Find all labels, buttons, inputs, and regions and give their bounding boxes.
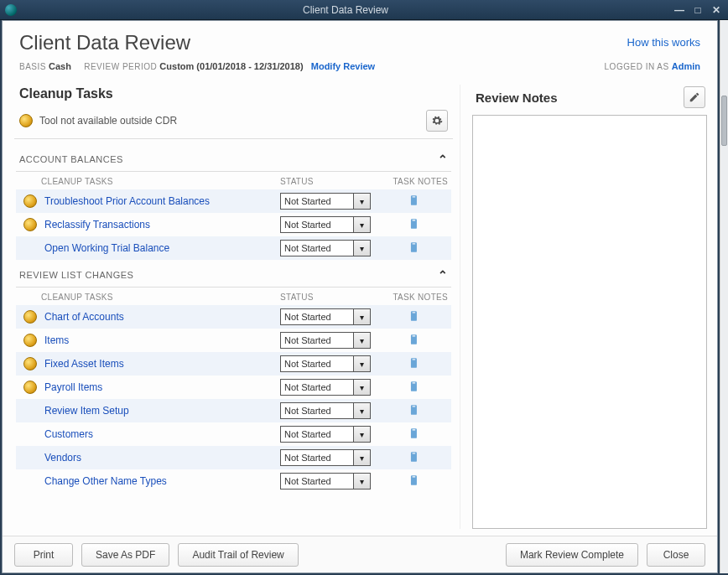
modify-review-link[interactable]: Modify Review <box>311 61 375 71</box>
task-note-button[interactable] <box>408 356 420 372</box>
task-row: Troubleshoot Prior Account BalancesNot S… <box>16 189 451 213</box>
scrollbar-thumb[interactable] <box>721 96 727 146</box>
task-link[interactable]: Customers <box>41 428 280 440</box>
edit-notes-button[interactable] <box>684 86 705 108</box>
app-icon <box>5 4 17 16</box>
chevron-down-icon: ▾ <box>353 427 370 442</box>
print-button[interactable]: Print <box>14 543 73 567</box>
task-link[interactable]: Items <box>41 334 280 346</box>
chevron-down-icon: ▾ <box>353 309 370 324</box>
tool-note: Tool not available outside CDR <box>39 115 426 127</box>
coin-icon <box>23 381 37 394</box>
coin-icon <box>23 357 37 370</box>
task-note-button[interactable] <box>408 380 420 396</box>
chevron-down-icon: ▾ <box>353 450 370 465</box>
gear-icon <box>431 115 443 127</box>
chevron-up-icon: ⌃ <box>438 153 449 166</box>
task-note-button[interactable] <box>408 427 420 443</box>
task-row: Fixed Asset ItemsNot Started▾ <box>16 352 451 376</box>
period-value: Custom (01/01/2018 - 12/31/2018) <box>159 61 303 71</box>
task-note-button[interactable] <box>408 333 420 349</box>
chevron-down-icon: ▾ <box>353 241 370 256</box>
task-link[interactable]: Troubleshoot Prior Account Balances <box>41 195 280 207</box>
logged-in-user-link[interactable]: Admin <box>672 61 700 71</box>
task-link[interactable]: Vendors <box>41 452 280 464</box>
how-this-works-link[interactable]: How this works <box>627 36 700 49</box>
coin-icon <box>23 218 37 231</box>
titlebar[interactable]: Client Data Review — □ ✕ <box>0 0 728 20</box>
pencil-icon <box>689 91 700 103</box>
task-link[interactable]: Open Working Trial Balance <box>41 242 280 254</box>
mark-complete-button[interactable]: Mark Review Complete <box>506 543 638 567</box>
group-header[interactable]: REVIEW LIST CHANGES⌃ <box>16 260 451 288</box>
task-link[interactable]: Change Other Name Types <box>41 475 280 487</box>
coin-icon <box>23 334 37 347</box>
coin-icon <box>19 114 33 127</box>
task-row: Reclassify TransactionsNot Started▾ <box>16 213 451 236</box>
close-window-button[interactable]: ✕ <box>710 4 723 16</box>
chevron-down-icon: ▾ <box>353 356 370 371</box>
status-dropdown[interactable]: Not Started▾ <box>280 473 371 490</box>
status-dropdown[interactable]: Not Started▾ <box>280 308 371 325</box>
task-link[interactable]: Review Item Setup <box>41 405 280 417</box>
basis-label: BASIS <box>19 62 46 71</box>
logged-in-label: LOGGED IN AS <box>605 62 669 71</box>
audit-trail-button[interactable]: Audit Trail of Review <box>178 543 298 567</box>
task-note-button[interactable] <box>408 194 420 210</box>
cleanup-tasks-title: Cleanup Tasks <box>14 85 453 108</box>
coin-icon <box>23 194 37 208</box>
task-note-button[interactable] <box>408 309 420 325</box>
gear-button[interactable] <box>426 110 448 132</box>
task-row: Change Other Name TypesNot Started▾ <box>16 469 451 493</box>
task-row: Payroll ItemsNot Started▾ <box>16 376 451 399</box>
tasks-scroll[interactable]: ACCOUNT BALANCES⌃CLEANUP TASKSSTATUSTASK… <box>14 139 453 529</box>
task-row: ItemsNot Started▾ <box>16 329 451 352</box>
window-title: Client Data Review <box>23 4 668 16</box>
status-dropdown[interactable]: Not Started▾ <box>280 355 371 372</box>
basis-value: Cash <box>49 61 71 71</box>
column-headers: CLEANUP TASKSSTATUSTASK NOTES <box>16 172 451 189</box>
group-header[interactable]: ACCOUNT BALANCES⌃ <box>16 144 451 172</box>
task-row: Open Working Trial BalanceNot Started▾ <box>16 236 451 260</box>
status-dropdown[interactable]: Not Started▾ <box>280 379 371 396</box>
chevron-up-icon: ⌃ <box>438 268 449 282</box>
close-button[interactable]: Close <box>647 543 705 567</box>
page-title: Client Data Review <box>19 31 700 54</box>
outer-scrollbar[interactable] <box>720 20 728 573</box>
group-label: ACCOUNT BALANCES <box>19 154 438 164</box>
maximize-button[interactable]: □ <box>691 4 705 16</box>
status-dropdown[interactable]: Not Started▾ <box>280 193 371 210</box>
task-row: Chart of AccountsNot Started▾ <box>16 305 451 329</box>
task-note-button[interactable] <box>408 474 420 490</box>
chevron-down-icon: ▾ <box>353 474 370 489</box>
minimize-button[interactable]: — <box>673 4 686 16</box>
task-link[interactable]: Chart of Accounts <box>41 311 280 323</box>
task-note-button[interactable] <box>408 241 420 256</box>
task-row: VendorsNot Started▾ <box>16 446 451 469</box>
group-label: REVIEW LIST CHANGES <box>19 270 438 280</box>
chevron-down-icon: ▾ <box>353 380 370 395</box>
review-notes-body[interactable] <box>472 115 707 529</box>
chevron-down-icon: ▾ <box>353 217 370 232</box>
status-dropdown[interactable]: Not Started▾ <box>280 216 371 233</box>
task-link[interactable]: Fixed Asset Items <box>41 358 280 370</box>
status-dropdown[interactable]: Not Started▾ <box>280 449 371 466</box>
task-row: CustomersNot Started▾ <box>16 422 451 446</box>
task-row: Review Item SetupNot Started▾ <box>16 399 451 422</box>
status-dropdown[interactable]: Not Started▾ <box>280 402 371 419</box>
chevron-down-icon: ▾ <box>353 333 370 348</box>
save-pdf-button[interactable]: Save As PDF <box>81 543 169 567</box>
coin-icon <box>23 310 37 324</box>
button-bar: Print Save As PDF Audit Trail of Review … <box>3 536 717 572</box>
period-label: REVIEW PERIOD <box>84 62 157 71</box>
task-link[interactable]: Payroll Items <box>41 381 280 393</box>
task-note-button[interactable] <box>408 403 420 419</box>
task-link[interactable]: Reclassify Transactions <box>41 219 280 231</box>
column-headers: CLEANUP TASKSSTATUSTASK NOTES <box>16 288 451 305</box>
task-note-button[interactable] <box>408 217 420 233</box>
task-note-button[interactable] <box>408 450 420 466</box>
status-dropdown[interactable]: Not Started▾ <box>280 240 371 256</box>
status-dropdown[interactable]: Not Started▾ <box>280 332 371 349</box>
status-dropdown[interactable]: Not Started▾ <box>280 426 371 443</box>
meta-row: BASIS Cash REVIEW PERIOD Custom (01/01/2… <box>3 58 717 78</box>
